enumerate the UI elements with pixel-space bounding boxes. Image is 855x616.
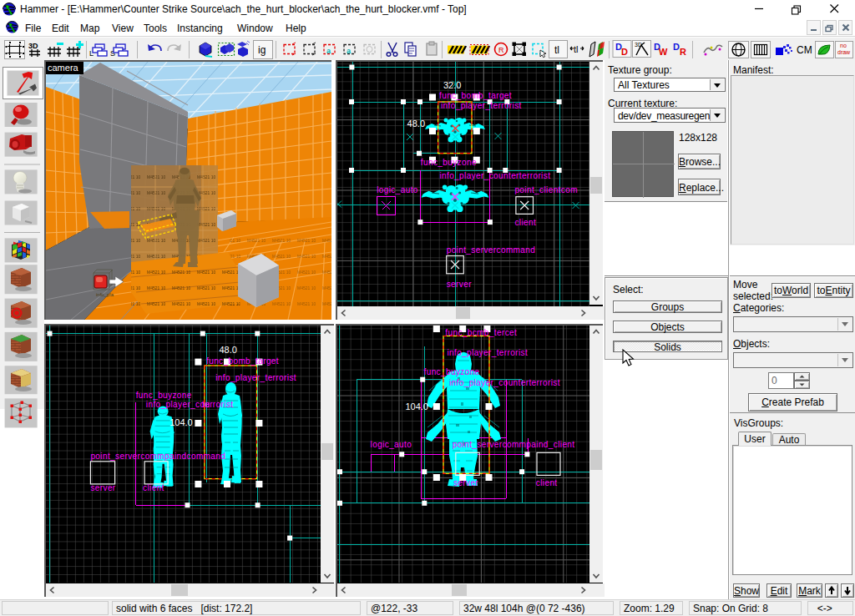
svg-text:logic_auto: logic_auto <box>377 185 418 194</box>
svg-text:info_player_cou: info_player_cou <box>146 400 210 409</box>
svg-text:point_servercommpaind_client: point_servercommpaind_client <box>453 440 575 449</box>
svg-text:func_bcmb_tercet: func_bcmb_tercet <box>445 328 517 337</box>
svg-text:info_player_terrorist: info_player_terrorist <box>447 348 528 357</box>
svg-text:info_pla: info_pla <box>96 292 114 297</box>
svg-text:func_buyzone: func_buyzone <box>424 367 480 376</box>
svg-text:point_clientcom: point_clientcom <box>514 185 577 194</box>
svg-text:32.0: 32.0 <box>443 80 461 90</box>
svg-text:tl: tl <box>574 44 579 54</box>
svg-text:info_player_terrorist: info_player_terrorist <box>441 101 522 110</box>
svg-text:a: a <box>326 47 331 55</box>
svg-text:func_buyzone: func_buyzone <box>136 391 192 400</box>
svg-text:info_player_terrorist: info_player_terrorist <box>215 373 296 382</box>
svg-text:3D: 3D <box>28 42 38 50</box>
svg-text:a: a <box>347 47 352 55</box>
svg-text:48.0: 48.0 <box>219 345 236 355</box>
svg-text:R: R <box>498 46 504 54</box>
svg-text:server: server <box>447 280 472 289</box>
svg-text:server: server <box>453 478 478 487</box>
svg-text:draw: draw <box>837 49 851 55</box>
svg-text:point_servercommpaindcommand: point_servercommpaindcommand <box>90 452 225 461</box>
svg-text:D: D <box>673 42 680 52</box>
svg-text:point_servercommand: point_servercommand <box>447 245 536 255</box>
svg-text:info_player_counterterrorist: info_player_counterterrorist <box>449 378 560 387</box>
svg-text:48.0: 48.0 <box>407 119 425 129</box>
svg-text:client: client <box>514 218 536 227</box>
svg-text:client: client <box>536 478 558 487</box>
svg-text:terrorist: terrorist <box>202 400 234 409</box>
svg-text:func_buyzone: func_buyzone <box>421 158 477 167</box>
svg-text:CM: CM <box>797 44 812 56</box>
svg-text:no: no <box>840 43 847 48</box>
svg-text:D: D <box>621 47 628 57</box>
svg-text:server: server <box>90 483 115 492</box>
svg-text:info_player_counterterrorist: info_player_counterterrorist <box>439 171 550 180</box>
svg-text:func_bomb_target: func_bomb_target <box>439 91 512 100</box>
svg-text:tl: tl <box>554 44 559 56</box>
svg-text:camera: camera <box>48 63 79 73</box>
svg-text:104.0: 104.0 <box>169 417 193 427</box>
svg-text:W: W <box>659 47 668 57</box>
svg-text:logic_auto: logic_auto <box>371 440 412 449</box>
svg-text:client: client <box>143 483 164 492</box>
svg-text:ig: ig <box>258 44 266 56</box>
svg-text:R: R <box>680 47 686 57</box>
svg-text:104.0: 104.0 <box>405 401 428 412</box>
svg-text:func_bomb_target: func_bomb_target <box>206 356 279 366</box>
